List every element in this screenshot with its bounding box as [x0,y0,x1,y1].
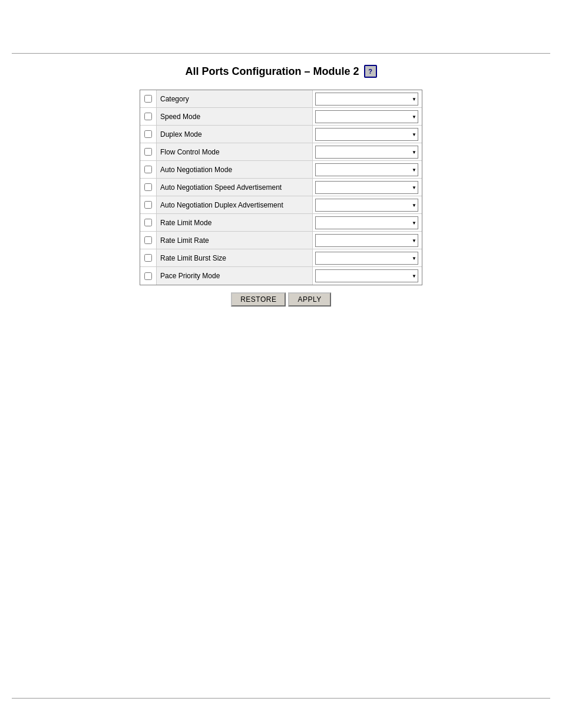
select-cell-auto-neg-speed-adv [313,179,422,196]
select-cell-speed-mode [313,108,422,125]
label-rate-limit-rate: Rate Limit Rate [157,232,313,249]
checkbox-cell-auto-neg-speed-adv [140,179,157,196]
label-auto-negotiation-mode: Auto Negotiation Mode [157,161,313,178]
label-category: Category [157,90,313,107]
config-row-rate-limit-burst-size: Rate Limit Burst Size [140,249,422,267]
config-row-speed-mode: Speed Mode [140,108,422,126]
config-row-auto-neg-duplex-adv: Auto Negotiation Duplex Advertisement [140,196,422,214]
select-rate-limit-rate[interactable] [315,234,418,247]
checkbox-cell-flow-control-mode [140,143,157,160]
select-rate-limit-mode[interactable] [315,216,418,229]
label-duplex-mode: Duplex Mode [157,126,313,143]
checkbox-cell-duplex-mode [140,126,157,143]
config-row-auto-negotiation-mode: Auto Negotiation Mode [140,161,422,179]
select-cell-category [313,90,422,107]
config-row-rate-limit-mode: Rate Limit Mode [140,214,422,232]
label-rate-limit-mode: Rate Limit Mode [157,214,313,231]
checkbox-pace-priority-mode[interactable] [144,272,152,280]
select-auto-negotiation-mode[interactable] [315,163,418,176]
restore-button[interactable]: RESTORE [231,292,286,307]
label-auto-neg-duplex-adv: Auto Negotiation Duplex Advertisement [157,196,313,213]
select-cell-auto-negotiation-mode [313,161,422,178]
config-table: CategorySpeed ModeDuplex ModeFlow Contro… [140,90,422,285]
help-icon[interactable]: ? [364,65,377,78]
select-cell-pace-priority-mode [313,267,422,285]
checkbox-cell-rate-limit-mode [140,214,157,231]
checkbox-cell-auto-neg-duplex-adv [140,196,157,213]
select-flow-control-mode[interactable] [315,146,418,159]
select-cell-rate-limit-mode [313,214,422,231]
button-row: RESTORE APPLY [231,292,331,307]
config-row-pace-priority-mode: Pace Priority Mode [140,267,422,285]
label-auto-neg-speed-adv: Auto Negotiation Speed Advertisement [157,179,313,196]
checkbox-cell-category [140,90,157,107]
select-cell-duplex-mode [313,126,422,143]
checkbox-rate-limit-rate[interactable] [144,236,152,244]
label-flow-control-mode: Flow Control Mode [157,143,313,160]
config-row-category: Category [140,90,422,108]
select-cell-rate-limit-rate [313,232,422,249]
checkbox-cell-pace-priority-mode [140,267,157,285]
config-row-flow-control-mode: Flow Control Mode [140,143,422,161]
apply-button[interactable]: APPLY [288,292,330,307]
checkbox-rate-limit-mode[interactable] [144,219,152,226]
select-rate-limit-burst-size[interactable] [315,252,418,265]
select-duplex-mode[interactable] [315,128,418,141]
checkbox-cell-rate-limit-burst-size [140,249,157,266]
checkbox-auto-neg-speed-adv[interactable] [144,183,152,191]
checkbox-cell-speed-mode [140,108,157,125]
label-pace-priority-mode: Pace Priority Mode [157,267,313,285]
page-title: All Ports Configuration – Module 2 [185,65,359,78]
checkbox-auto-neg-duplex-adv[interactable] [144,201,152,209]
select-cell-auto-neg-duplex-adv [313,196,422,213]
checkbox-flow-control-mode[interactable] [144,148,152,156]
select-pace-priority-mode[interactable] [315,269,418,282]
select-auto-neg-duplex-adv[interactable] [315,199,418,212]
checkbox-speed-mode[interactable] [144,113,152,120]
label-speed-mode: Speed Mode [157,108,313,125]
select-speed-mode[interactable] [315,110,418,123]
checkbox-cell-rate-limit-rate [140,232,157,249]
checkbox-cell-auto-negotiation-mode [140,161,157,178]
select-category[interactable] [315,93,418,106]
select-auto-neg-speed-adv[interactable] [315,181,418,194]
select-cell-flow-control-mode [313,143,422,160]
bottom-divider [12,698,550,699]
checkbox-auto-negotiation-mode[interactable] [144,166,152,173]
top-divider [12,53,550,54]
checkbox-category[interactable] [144,95,152,103]
label-rate-limit-burst-size: Rate Limit Burst Size [157,249,313,266]
checkbox-rate-limit-burst-size[interactable] [144,254,152,262]
config-row-auto-neg-speed-adv: Auto Negotiation Speed Advertisement [140,179,422,196]
config-row-rate-limit-rate: Rate Limit Rate [140,232,422,249]
select-cell-rate-limit-burst-size [313,249,422,266]
config-row-duplex-mode: Duplex Mode [140,126,422,143]
checkbox-duplex-mode[interactable] [144,130,152,138]
